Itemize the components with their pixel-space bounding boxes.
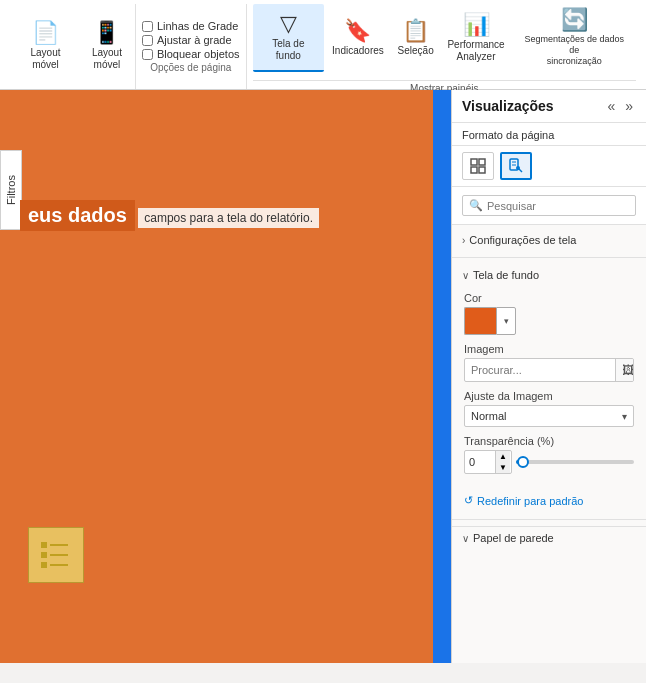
svg-rect-8	[471, 167, 477, 173]
configuracoes-section: › Configurações de tela	[452, 225, 646, 255]
canvas-content: eus dados campos para a tela do relatóri…	[20, 200, 319, 231]
mobile-icon: 📱	[93, 22, 120, 44]
performance-button[interactable]: 📊 PerformanceAnalyzer	[442, 4, 511, 72]
slider-thumb[interactable]	[517, 456, 529, 468]
blue-bar	[433, 90, 451, 663]
sync-icon: 🔄	[561, 9, 588, 31]
svg-point-13	[516, 166, 520, 170]
spin-up-btn[interactable]: ▲	[496, 451, 510, 462]
section-divider-2	[452, 519, 646, 520]
grade-checkbox[interactable]	[142, 21, 153, 32]
svg-rect-0	[41, 542, 47, 548]
layout-movel-button[interactable]: 📱 Layoutmóvel	[85, 11, 129, 83]
toolbar-group-options: Linhas de Grade Ajustar à grade Bloquear…	[136, 4, 247, 89]
page-button[interactable]: 📄 Layout móvel	[10, 11, 81, 83]
svg-rect-6	[471, 159, 477, 165]
ajustar-check-label[interactable]: Ajustar à grade	[142, 34, 240, 46]
papel-parede-label: Papel de parede	[473, 532, 554, 544]
table-icon-btn[interactable]	[462, 152, 494, 180]
svg-rect-4	[41, 562, 47, 568]
reset-row[interactable]: ↺ Redefinir para padrão	[452, 488, 646, 513]
image-input-row: 🖼	[464, 358, 634, 382]
canvas-subtitle: campos para a tela do relatório.	[138, 208, 319, 228]
page-options-checks: Linhas de Grade Ajustar à grade Bloquear…	[142, 20, 240, 60]
imagem-field: Imagem 🖼	[464, 343, 634, 382]
cor-swatch-row: ▾	[464, 307, 634, 335]
indicadores-button[interactable]: 🔖 Indicadores	[326, 4, 389, 72]
imagem-label: Imagem	[464, 343, 634, 355]
ajustar-label: Ajustar à grade	[157, 34, 232, 46]
tela-fundo-chevron: ∨	[462, 270, 469, 281]
toolbar-group-page: 📄 Layout móvel 📱 Layoutmóvel	[4, 4, 136, 89]
filter-icon: ▽	[280, 13, 297, 35]
image-browse-btn[interactable]: 🖼	[615, 359, 634, 381]
svg-rect-9	[479, 167, 485, 173]
bookmark-icon: 🔖	[344, 20, 371, 42]
grade-check-label[interactable]: Linhas de Grade	[142, 20, 240, 32]
section-divider	[452, 257, 646, 258]
search-input[interactable]	[487, 200, 629, 212]
filters-side-tab[interactable]: Filtros	[0, 150, 22, 230]
panel-header: Visualizações « »	[452, 90, 646, 123]
tela-fundo-header[interactable]: ∨ Tela de fundo	[452, 264, 646, 286]
slider-track[interactable]	[516, 460, 634, 464]
number-input-wrap: ▲ ▼	[464, 450, 512, 474]
chevron-down-icon: ▾	[504, 316, 509, 326]
reset-icon: ↺	[464, 494, 473, 507]
bloquear-checkbox[interactable]	[142, 49, 153, 60]
configuracoes-header[interactable]: › Configurações de tela	[452, 229, 646, 251]
selection-icon: 📋	[402, 20, 429, 42]
spin-down-btn[interactable]: ▼	[496, 462, 510, 473]
search-icon: 🔍	[469, 199, 483, 212]
number-spinners: ▲ ▼	[495, 451, 510, 473]
chart-icon: 📊	[463, 14, 490, 36]
svg-rect-5	[50, 564, 68, 566]
grid-svg	[470, 158, 486, 174]
image-icon: 🖼	[622, 363, 634, 377]
transparencia-field: Transparência (%) ▲ ▼	[464, 435, 634, 474]
tela-fundo-section: ∨ Tela de fundo Cor ▾	[452, 260, 646, 517]
svg-rect-7	[479, 159, 485, 165]
cor-swatch[interactable]	[464, 307, 496, 335]
canvas-area: Filtros eus dados campos para a tela do …	[0, 90, 451, 663]
opcoes-label: Opções de página	[142, 62, 240, 73]
panel-title: Visualizações	[462, 98, 554, 114]
papel-parede-section: ∨ Papel de parede	[452, 522, 646, 553]
svg-rect-1	[50, 544, 68, 546]
canvas-title: eus dados	[20, 200, 135, 231]
ajuste-arrow-icon: ▾	[616, 407, 633, 426]
ajuste-select-row: Normal Ajustar Preencher Lado a lado ▾	[464, 405, 634, 427]
panel-tab-label: Formato da página	[452, 123, 646, 146]
format-icon-btn[interactable]	[500, 152, 532, 180]
bloquear-check-label[interactable]: Bloquear objetos	[142, 48, 240, 60]
cor-field: Cor ▾	[464, 292, 634, 335]
transparencia-label: Transparência (%)	[464, 435, 634, 447]
filtros-button[interactable]: ▽ Tela de fundo	[253, 4, 325, 72]
bloquear-label: Bloquear objetos	[157, 48, 240, 60]
panel-search: 🔍	[452, 187, 646, 225]
ajuste-label: Ajuste da Imagem	[464, 390, 634, 402]
selecao-button[interactable]: 📋 Seleção	[392, 4, 440, 72]
panel-nav-left[interactable]: «	[604, 98, 618, 114]
panel-nav-right[interactable]: »	[622, 98, 636, 114]
slider-wrap	[516, 460, 634, 464]
right-panel: Visualizações « » Formato da página	[451, 90, 646, 663]
papel-parede-header[interactable]: ∨ Papel de parede	[452, 526, 646, 549]
main-area: Filtros eus dados campos para a tela do …	[0, 90, 646, 663]
ajuste-select[interactable]: Normal Ajustar Preencher Lado a lado	[465, 406, 616, 426]
svg-rect-3	[50, 554, 68, 556]
segmentacoes-button[interactable]: 🔄 Segmentações de dados desincronização	[513, 4, 636, 72]
papel-parede-chevron: ∨	[462, 533, 469, 544]
ajuste-field: Ajuste da Imagem Normal Ajustar Preenche…	[464, 390, 634, 427]
panel-body: › Configurações de tela ∨ Tela de fundo …	[452, 225, 646, 663]
list-svg	[39, 538, 73, 572]
tela-fundo-content: Cor ▾ Imagem	[452, 286, 646, 488]
image-input[interactable]	[465, 360, 615, 380]
transparencia-row: ▲ ▼	[464, 450, 634, 474]
panel-nav-buttons: « »	[604, 98, 636, 114]
transparencia-input[interactable]	[465, 453, 495, 471]
cor-dropdown-btn[interactable]: ▾	[496, 307, 516, 335]
tela-fundo-label: Tela de fundo	[473, 269, 539, 281]
ajustar-checkbox[interactable]	[142, 35, 153, 46]
toolbar: 📄 Layout móvel 📱 Layoutmóvel Linhas de G…	[0, 0, 646, 90]
